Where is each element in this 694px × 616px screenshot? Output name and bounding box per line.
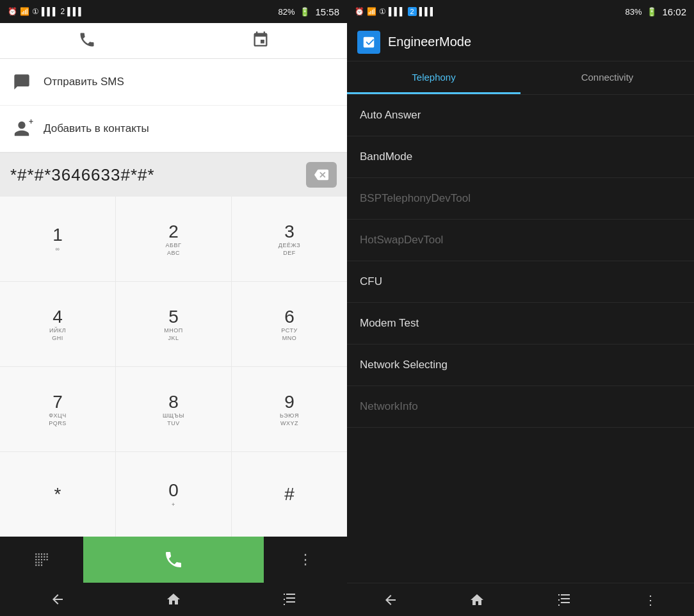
sim2-label: 2 (61, 7, 65, 16)
time-left: 15:58 (315, 6, 339, 17)
time-right: 16:02 (662, 6, 686, 17)
dialpad-grid: 1 ∞ 2 АБВГABC 3 ДЕЁЖЗDEF 4 ИЙКЛGHI 5 МНО… (0, 197, 347, 537)
home-button-right[interactable] (458, 583, 496, 617)
key-3[interactable]: 3 ДЕЁЖЗDEF (232, 197, 347, 281)
status-icons-left: ⏰ 📶 ① ▌▌▌ 2 ▌▌▌ (8, 7, 84, 16)
key-1[interactable]: 1 ∞ (0, 197, 115, 281)
menu-item-bsp-telephony[interactable]: BSPTelephonyDevTool (347, 178, 694, 220)
actions-section: Отправить SMS + Добавить в контакты (0, 59, 347, 153)
tab-connectivity[interactable]: Connectivity (520, 61, 694, 94)
status-bar-left: ⏰ 📶 ① ▌▌▌ 2 ▌▌▌ 82% 🔋 15:58 (0, 0, 347, 23)
dialpad-toggle-button[interactable] (0, 537, 83, 583)
sim2-icon-right: 2 (408, 7, 417, 16)
status-bar-right: ⏰ 📶 ① ▌▌▌ 2 ▌▌▌ 83% 🔋 16:02 (347, 0, 694, 23)
nav-bar-right: ⋮ (347, 583, 694, 616)
battery-time-left: 82% 🔋 15:58 (278, 6, 339, 17)
app-header: EngineerMode (347, 23, 694, 61)
auto-answer-label: Auto Answer (360, 109, 421, 121)
key-hash[interactable]: # (232, 452, 347, 537)
key-star[interactable]: * (0, 452, 115, 537)
key-9[interactable]: 9 ЬЭЮЯWXYZ (232, 367, 347, 451)
left-panel: ⏰ 📶 ① ▌▌▌ 2 ▌▌▌ 82% 🔋 15:58 (0, 0, 347, 616)
send-sms-action[interactable]: Отправить SMS (0, 59, 347, 106)
sms-label: Отправить SMS (44, 76, 124, 88)
band-mode-label: BandMode (360, 150, 412, 163)
battery-time-right: 83% 🔋 16:02 (625, 6, 686, 17)
cfu-label: CFU (360, 275, 382, 288)
menu-item-modem-test[interactable]: Modem Test (347, 303, 694, 344)
menu-item-band-mode[interactable]: BandMode (347, 136, 694, 178)
backspace-button[interactable] (306, 162, 337, 188)
dial-number: *#*#*3646633#*#* (10, 165, 306, 185)
menu-item-hot-swap[interactable]: HotSwapDevTool (347, 220, 694, 261)
signal1-icon-right: ▌▌▌ (389, 7, 405, 16)
top-tabs (0, 23, 347, 59)
right-panel: ⏰ 📶 ① ▌▌▌ 2 ▌▌▌ 83% 🔋 16:02 EngineerMode… (347, 0, 694, 616)
key-5[interactable]: 5 МНОПJKL (116, 282, 231, 366)
alarm-icon: ⏰ (8, 7, 17, 16)
tab-dialer[interactable] (0, 23, 174, 58)
call-button[interactable] (83, 537, 264, 583)
signal2-icon: ▌▌▌ (67, 7, 84, 16)
menu-item-network-selecting[interactable]: Network Selecting (347, 344, 694, 386)
status-icons-right: ⏰ 📶 ① ▌▌▌ 2 ▌▌▌ (355, 7, 435, 16)
key-8[interactable]: 8 ШЩЪЫTUV (116, 367, 231, 451)
battery-percent-left: 82% (278, 7, 295, 17)
key-7[interactable]: 7 ФХЦЧPQRS (0, 367, 115, 451)
recent-button-right[interactable] (545, 583, 583, 617)
more-options-button[interactable]: ⋮ (264, 537, 347, 583)
tab-telephony[interactable]: Telephony (347, 61, 520, 94)
battery-icon-right: 🔋 (647, 7, 657, 17)
wifi-icon-right: 📶 (367, 7, 376, 16)
recent-button-left[interactable] (270, 583, 309, 616)
add-contact-icon: + (10, 117, 33, 140)
home-button-left[interactable] (154, 583, 193, 616)
network-info-label: NetworkInfo (360, 400, 418, 412)
sim1-icon: ① (32, 7, 39, 16)
battery-icon-left: 🔋 (300, 7, 310, 17)
network-selecting-label: Network Selecting (360, 359, 448, 371)
signal1-icon: ▌▌▌ (42, 7, 58, 16)
engineer-mode-icon (357, 31, 380, 54)
nav-bar-left (0, 583, 347, 616)
add-contact-action[interactable]: + Добавить в контакты (0, 106, 347, 152)
sms-icon (10, 70, 33, 93)
tab-contacts[interactable] (174, 23, 347, 58)
key-2[interactable]: 2 АБВГABC (116, 197, 231, 281)
wifi-icon: 📶 (20, 7, 29, 16)
dialpad-display: *#*#*3646633#*#* (0, 153, 347, 197)
key-0[interactable]: 0 + (116, 452, 231, 537)
alarm-icon-right: ⏰ (355, 7, 364, 16)
add-contact-label: Добавить в контакты (44, 122, 149, 135)
bottom-bar-left: ⋮ (0, 537, 347, 583)
menu-item-network-info[interactable]: NetworkInfo (347, 386, 694, 428)
overflow-menu-button[interactable]: ⋮ (631, 583, 670, 617)
tabs-bar: Telephony Connectivity (347, 61, 694, 95)
key-4[interactable]: 4 ИЙКЛGHI (0, 282, 115, 366)
signal2-icon-right: ▌▌▌ (419, 7, 436, 16)
sim1-icon-right: ① (379, 7, 386, 16)
key-6[interactable]: 6 РСТУMNO (232, 282, 347, 366)
bsp-telephony-label: BSPTelephonyDevTool (360, 192, 471, 204)
hot-swap-label: HotSwapDevTool (360, 234, 443, 246)
back-button-right[interactable] (371, 583, 410, 617)
menu-item-cfu[interactable]: CFU (347, 261, 694, 303)
menu-list: Auto Answer BandMode BSPTelephonyDevTool… (347, 95, 694, 583)
app-title: EngineerMode (388, 35, 471, 49)
menu-item-auto-answer[interactable]: Auto Answer (347, 95, 694, 136)
battery-percent-right: 83% (625, 7, 642, 17)
modem-test-label: Modem Test (360, 317, 419, 329)
back-button-left[interactable] (38, 583, 77, 616)
